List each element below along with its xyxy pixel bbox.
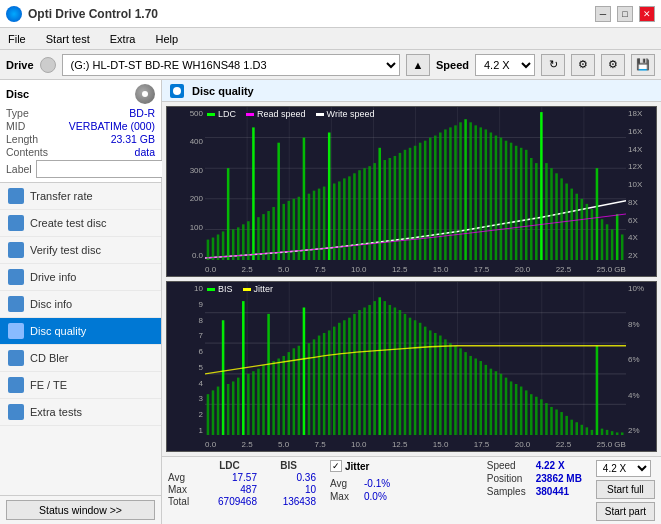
svg-rect-33 — [303, 138, 306, 260]
svg-rect-71 — [495, 136, 498, 260]
sidebar-item-create-test-disc[interactable]: Create test disc — [0, 210, 161, 237]
drive-eject-button[interactable]: ▲ — [406, 54, 430, 76]
svg-rect-49 — [384, 160, 387, 260]
jitter-checkbox[interactable]: ✓ — [330, 460, 342, 472]
svg-rect-134 — [328, 330, 331, 435]
svg-rect-182 — [570, 420, 573, 435]
svg-rect-166 — [490, 369, 493, 435]
svg-rect-56 — [419, 143, 422, 260]
svg-rect-164 — [479, 361, 482, 435]
stats-header-row: LDC BIS — [168, 460, 316, 471]
svg-rect-66 — [469, 122, 472, 260]
main-layout: Disc Type BD-R MID VERBATIMe (000) Lengt… — [0, 80, 661, 524]
svg-rect-39 — [333, 184, 336, 261]
chart1-legend: LDC Read speed Write speed — [207, 109, 374, 119]
svg-rect-73 — [505, 141, 508, 260]
svg-rect-119 — [252, 371, 255, 435]
start-part-button[interactable]: Start part — [596, 502, 655, 521]
sidebar-item-fe-te[interactable]: FE / TE — [0, 372, 161, 399]
sidebar-item-transfer-rate[interactable]: Transfer rate — [0, 183, 161, 210]
stats-max-row: Max 487 10 — [168, 484, 316, 495]
svg-rect-15 — [212, 238, 215, 260]
svg-rect-86 — [570, 189, 573, 260]
speed-position-section: Speed 4.22 X Position 23862 MB Samples 3… — [487, 460, 582, 497]
start-full-button[interactable]: Start full — [596, 480, 655, 499]
stats-bar: LDC BIS Avg 17.57 0.36 Max 487 10 Total … — [162, 456, 661, 524]
svg-rect-191 — [616, 432, 619, 435]
drive-info-icon — [8, 269, 24, 285]
settings-button2[interactable]: ⚙ — [601, 54, 625, 76]
svg-rect-90 — [591, 209, 594, 260]
sidebar-item-cd-bler[interactable]: CD Bler — [0, 345, 161, 372]
svg-rect-68 — [479, 127, 482, 260]
svg-rect-171 — [515, 384, 518, 435]
max-label: Max — [168, 484, 198, 495]
svg-rect-120 — [257, 369, 260, 435]
minimize-button[interactable]: ─ — [595, 6, 611, 22]
speed-label: Speed — [436, 59, 469, 71]
svg-rect-151 — [414, 320, 417, 435]
sidebar-item-verify-test-disc[interactable]: Verify test disc — [0, 237, 161, 264]
stats-avg-row: Avg 17.57 0.36 — [168, 472, 316, 483]
chart2-y-axis-right: 10% 8% 6% 4% 2% — [626, 282, 656, 451]
svg-rect-144 — [378, 297, 381, 435]
settings-button1[interactable]: ⚙ — [571, 54, 595, 76]
svg-rect-64 — [459, 122, 462, 260]
save-button[interactable]: 💾 — [631, 54, 655, 76]
chart1-svg — [205, 107, 626, 260]
close-button[interactable]: ✕ — [639, 6, 655, 22]
action-section: 4.2 X Start full Start part — [596, 460, 655, 521]
svg-rect-88 — [581, 199, 584, 260]
disc-label-input[interactable] — [36, 160, 169, 178]
disc-type-value: BD-R — [129, 107, 155, 119]
drive-selector[interactable]: (G:) HL-DT-ST BD-RE WH16NS48 1.D3 — [62, 54, 400, 76]
sidebar-item-disc-info[interactable]: Disc info — [0, 291, 161, 318]
samples-value: 380441 — [536, 486, 569, 497]
maximize-button[interactable]: □ — [617, 6, 633, 22]
position-value: 23862 MB — [536, 473, 582, 484]
svg-rect-141 — [363, 308, 366, 436]
sidebar-item-disc-quality[interactable]: Disc quality — [0, 318, 161, 345]
svg-rect-75 — [515, 146, 518, 260]
jitter-label: Jitter — [345, 461, 369, 472]
chart-bis: 10 9 8 7 6 5 4 3 2 1 10% 8% 6% 4% — [166, 281, 657, 452]
svg-rect-112 — [217, 387, 220, 435]
sidebar-item-extra-tests[interactable]: Extra tests — [0, 399, 161, 426]
legend-jitter-dot — [243, 288, 251, 291]
svg-rect-95 — [616, 214, 619, 260]
svg-rect-145 — [384, 301, 387, 435]
svg-rect-16 — [217, 235, 220, 261]
menu-extra[interactable]: Extra — [106, 31, 140, 47]
svg-rect-63 — [454, 125, 457, 260]
svg-rect-136 — [338, 323, 341, 435]
speed-dropdown[interactable]: 4.2 X — [596, 460, 651, 477]
speed-selector[interactable]: 4.2 X — [475, 54, 535, 76]
svg-rect-40 — [338, 181, 341, 260]
disc-length-label: Length — [6, 133, 38, 145]
svg-rect-78 — [530, 158, 533, 260]
transfer-rate-icon — [8, 188, 24, 204]
title-bar-controls[interactable]: ─ □ ✕ — [595, 6, 655, 22]
svg-rect-139 — [353, 314, 356, 435]
speed-value: 4.22 X — [536, 460, 565, 471]
menu-help[interactable]: Help — [151, 31, 182, 47]
sidebar-item-drive-info[interactable]: Drive info — [0, 264, 161, 291]
svg-rect-61 — [444, 129, 447, 260]
disc-quality-icon — [8, 323, 24, 339]
legend-write-speed-dot — [316, 113, 324, 116]
chart-ldc: 500 400 300 200 100 0.0 18X 16X 14X 12X … — [166, 106, 657, 277]
svg-rect-41 — [343, 178, 346, 260]
svg-rect-69 — [485, 129, 488, 260]
status-window-button[interactable]: Status window >> — [6, 500, 155, 520]
legend-bis-dot — [207, 288, 215, 291]
max-ldc: 487 — [202, 484, 257, 495]
menu-file[interactable]: File — [4, 31, 30, 47]
svg-rect-84 — [560, 178, 563, 260]
stats-total-row: Total 6709468 136438 — [168, 496, 316, 507]
svg-rect-138 — [348, 318, 351, 435]
jitter-avg-row: Avg -0.1% — [330, 478, 390, 489]
menu-start-test[interactable]: Start test — [42, 31, 94, 47]
samples-label: Samples — [487, 486, 532, 497]
svg-rect-17 — [222, 231, 225, 260]
refresh-button[interactable]: ↻ — [541, 54, 565, 76]
